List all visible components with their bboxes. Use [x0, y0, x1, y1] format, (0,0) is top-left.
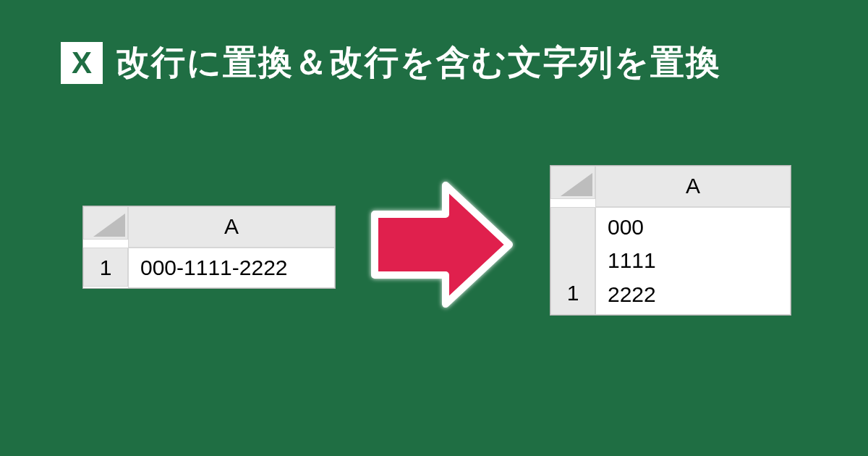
before-table: A 1 000-1111-2222 — [82, 206, 336, 289]
excel-logo-icon: X — [61, 42, 103, 84]
excel-logo-letter: X — [72, 48, 92, 78]
cell-a1-before: 000-1111-2222 — [128, 248, 335, 289]
page-title: 改行に置換＆改行を含む文字列を置換 — [116, 40, 721, 85]
svg-marker-0 — [375, 185, 509, 304]
after-table: A 1 000 1111 2222 — [550, 165, 791, 316]
column-header-a: A — [128, 206, 335, 248]
arrow-icon — [366, 180, 518, 313]
cell-a1-after: 000 1111 2222 — [595, 207, 791, 316]
row-number-1: 1 — [83, 248, 128, 287]
header: X 改行に置換＆改行を含む文字列を置換 — [0, 0, 868, 85]
select-all-corner — [83, 206, 128, 240]
column-header-a: A — [595, 166, 791, 207]
row-number-1: 1 — [550, 207, 595, 316]
select-all-corner — [550, 166, 595, 199]
